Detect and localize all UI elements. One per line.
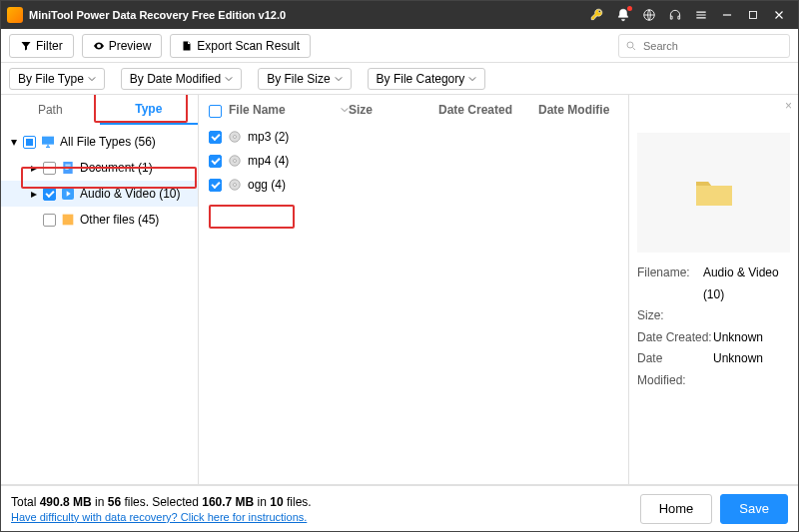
preview-thumbnail [637, 133, 790, 253]
app-window: MiniTool Power Data Recovery Free Editio… [0, 0, 799, 532]
main-panel: File Name Size Date Created Date Modifie… [199, 95, 798, 484]
svg-point-13 [234, 160, 237, 163]
tree-label: Other files (45) [80, 213, 159, 227]
filter-button[interactable]: Filter [9, 34, 74, 58]
tab-type[interactable]: Type [100, 95, 199, 125]
file-name: mp3 (2) [248, 130, 289, 144]
footer-stats: Total 490.8 MB in 56 files. Selected 160… [11, 494, 312, 511]
export-button[interactable]: Export Scan Result [170, 34, 311, 58]
chevron-down-icon [468, 75, 476, 83]
col-date-modified[interactable]: Date Modifie [538, 103, 628, 117]
checkbox[interactable] [209, 179, 222, 192]
tree-item-other[interactable]: ▸ Other files (45) [1, 207, 198, 233]
meta-value: Unknown [713, 348, 763, 391]
svg-rect-6 [65, 167, 70, 168]
menu-icon[interactable] [688, 2, 714, 28]
checkbox[interactable] [209, 131, 222, 144]
file-name: ogg (4) [248, 178, 286, 192]
tab-path[interactable]: Path [1, 95, 100, 125]
checkbox[interactable] [43, 214, 56, 227]
file-row[interactable]: mp4 (4) [199, 149, 628, 173]
tree-root[interactable]: ▾ All File Types (56) [1, 129, 198, 155]
globe-icon[interactable] [636, 2, 662, 28]
other-icon [60, 212, 76, 228]
file-row[interactable]: mp3 (2) [199, 125, 628, 149]
chevron-down-icon [225, 75, 233, 83]
filter-by-date[interactable]: By Date Modified [121, 68, 242, 90]
meta-value: Unknown [713, 327, 763, 349]
meta-label: Date Created: [637, 327, 713, 349]
help-link[interactable]: Have difficulty with data recovery? Clic… [11, 511, 312, 523]
col-date-created[interactable]: Date Created [438, 103, 538, 117]
svg-rect-1 [750, 12, 757, 19]
caret-right-icon[interactable]: ▸ [29, 161, 39, 175]
disc-icon [228, 130, 242, 144]
search-input[interactable] [641, 39, 783, 53]
titlebar: MiniTool Power Data Recovery Free Editio… [1, 1, 798, 29]
search-box[interactable] [618, 34, 790, 58]
svg-rect-5 [65, 165, 70, 166]
monitor-icon [40, 134, 56, 150]
svg-rect-7 [65, 169, 68, 170]
funnel-icon [20, 40, 32, 52]
close-preview-icon[interactable]: × [785, 99, 792, 113]
preview-button[interactable]: Preview [82, 34, 163, 58]
caret-down-icon[interactable]: ▾ [9, 135, 19, 149]
minimize-button[interactable] [714, 2, 740, 28]
document-icon [60, 160, 76, 176]
toolbar: Filter Preview Export Scan Result [1, 29, 798, 63]
svg-point-15 [234, 184, 237, 187]
checkbox[interactable] [43, 162, 56, 175]
tree-label: All File Types (56) [60, 135, 156, 149]
filter-by-type[interactable]: By File Type [9, 68, 105, 90]
app-title: MiniTool Power Data Recovery Free Editio… [29, 9, 286, 21]
meta-label: Filename: [637, 263, 703, 305]
tree-label: Document (1) [80, 161, 153, 175]
svg-rect-4 [63, 162, 72, 174]
caret-right-icon[interactable]: ▸ [29, 187, 39, 201]
col-size[interactable]: Size [349, 103, 438, 117]
file-list-header: File Name Size Date Created Date Modifie [199, 95, 628, 125]
file-name: mp4 (4) [248, 154, 289, 168]
filter-by-category[interactable]: By File Category [368, 68, 486, 90]
disc-icon [228, 178, 242, 192]
search-icon [625, 40, 637, 52]
checkbox[interactable] [209, 155, 222, 168]
file-list-body: mp3 (2) mp4 (4) ogg (4) [199, 125, 628, 484]
save-button[interactable]: Save [720, 494, 788, 524]
export-label: Export Scan Result [197, 39, 300, 53]
svg-rect-9 [63, 215, 74, 226]
folder-icon [694, 176, 734, 210]
headset-icon[interactable] [662, 2, 688, 28]
export-icon [181, 40, 193, 52]
preview-metadata: Filename:Audio & Video (10) Size: Date C… [637, 263, 790, 392]
meta-label: Date Modified: [637, 348, 713, 391]
file-row[interactable]: ogg (4) [199, 173, 628, 197]
file-list: File Name Size Date Created Date Modifie… [199, 95, 628, 484]
tree-item-document[interactable]: ▸ Document (1) [1, 155, 198, 181]
svg-point-11 [234, 136, 237, 139]
tree-item-audio-video[interactable]: ▸ Audio & Video (10) [1, 181, 198, 207]
filter-bar: By File Type By Date Modified By File Si… [1, 63, 798, 95]
filter-by-size[interactable]: By File Size [258, 68, 351, 90]
chevron-down-icon [88, 75, 96, 83]
disc-icon [228, 154, 242, 168]
close-button[interactable] [766, 2, 792, 28]
svg-point-2 [627, 42, 633, 48]
sidebar: Path Type ▾ All File Types (56) ▸ Docume… [1, 95, 199, 484]
filter-label: Filter [36, 39, 63, 53]
bell-icon[interactable] [610, 2, 636, 28]
footer: Total 490.8 MB in 56 files. Selected 160… [1, 485, 798, 531]
meta-label: Size: [637, 305, 713, 327]
col-filename[interactable]: File Name [229, 103, 349, 117]
checkbox[interactable] [23, 136, 36, 149]
home-button[interactable]: Home [640, 494, 713, 524]
maximize-button[interactable] [740, 2, 766, 28]
chevron-down-icon [335, 75, 343, 83]
select-all-checkbox[interactable] [209, 105, 222, 118]
av-icon [60, 186, 76, 202]
meta-value: Audio & Video (10) [703, 263, 790, 305]
key-icon[interactable] [584, 2, 610, 28]
content-area: Path Type ▾ All File Types (56) ▸ Docume… [1, 95, 798, 485]
checkbox[interactable] [43, 188, 56, 201]
